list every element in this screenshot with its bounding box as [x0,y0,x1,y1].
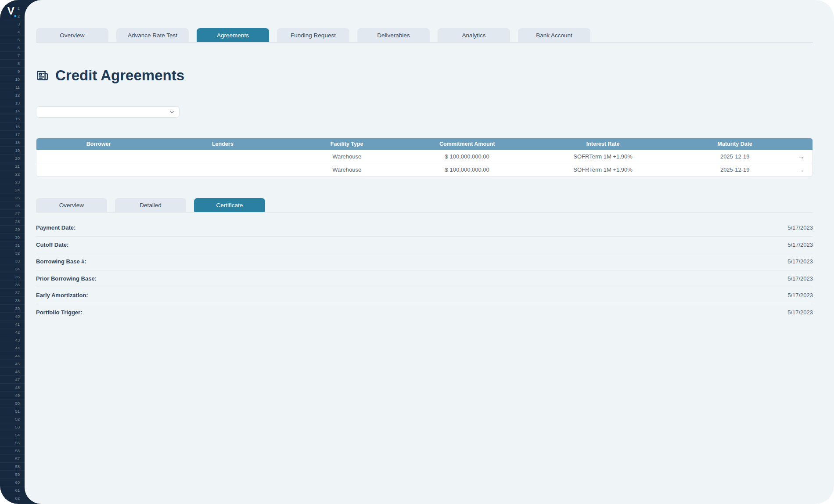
ruler-line-number: 57 [0,455,25,463]
subtab-detailed[interactable]: Detailed [115,198,186,212]
field-value: 5/17/2023 [787,224,813,231]
field-label: Prior Borrowing Base: [36,275,97,282]
app-window: V. 1234567891011121314151617181920212223… [0,0,834,504]
ruler-line-number: 13 [0,99,25,107]
certificate-fields: Payment Date: 5/17/2023 Cutoff Date: 5/1… [36,220,813,321]
ruler-line-number: 47 [0,376,25,384]
table-column-header: Lenders [161,141,285,147]
certificate-field-row: Portfolio Trigger: 5/17/2023 [36,304,813,321]
ruler-line-number: 4 [0,28,25,36]
field-label: Cutoff Date: [36,241,68,248]
cell-facility-type: Warehouse [285,166,409,173]
ruler-line-number: 53 [0,423,25,431]
certificate-field-row: Early Amortization: 5/17/2023 [36,287,813,304]
field-value: 5/17/2023 [787,309,813,316]
ruler-line-number: 18 [0,139,25,147]
field-label: Payment Date: [36,224,75,231]
ruler-line-number: 3 [0,20,25,28]
ruler-line-number: 38 [0,297,25,305]
ruler-line-number: 1 [0,4,25,12]
ruler-line-number: 52 [0,415,25,423]
ruler-line-number: 35 [0,273,25,281]
ruler-line-number: 30 [0,234,25,241]
agreements-table: BorrowerLendersFacility TypeCommitment A… [36,138,813,176]
cell-interest-rate: SOFRTerm 1M +1.90% [525,166,681,173]
deal-select[interactable] [36,106,180,118]
ruler-line-number: 55 [0,439,25,447]
row-arrow-icon[interactable]: → [789,166,812,173]
ruler-line-number: 8 [0,60,25,68]
ruler-line-number: 5 [0,36,25,44]
tab-overview[interactable]: Overview [36,28,108,42]
ruler-line-number: 11 [0,83,25,91]
ruler-line-number: 22 [0,170,25,178]
ruler-line-number: 48 [0,384,25,392]
cell-commitment-amount: $ 100,000,000.00 [409,166,525,173]
cell-commitment-amount: $ 100,000,000.00 [409,153,525,160]
ruler-line-number: 43 [0,336,25,344]
ruler-line-number: 56 [0,447,25,455]
ruler-line-number: 58 [0,463,25,471]
cell-maturity-date: 2025-12-19 [680,166,789,173]
agreements-table-header: BorrowerLendersFacility TypeCommitment A… [36,138,812,150]
ruler-line-number: 23 [0,178,25,186]
field-label: Borrowing Base #: [36,258,86,265]
ruler-line-number: 7 [0,52,25,60]
agreements-table-body: Warehouse $ 100,000,000.00 SOFRTerm 1M +… [36,150,812,176]
ruler-line-number: 21 [0,162,25,170]
tab-funding-request[interactable]: Funding Request [277,28,349,42]
certificate-field-row: Borrowing Base #: 5/17/2023 [36,253,813,270]
ruler-line-number: 17 [0,131,25,139]
cell-maturity-date: 2025-12-19 [680,153,789,160]
table-column-header: Borrower [36,141,161,147]
ruler-line-number: 2 [0,12,25,20]
ruler-line-number: 20 [0,155,25,162]
certificate-field-row: Prior Borrowing Base: 5/17/2023 [36,270,813,288]
ruler-line-number: 31 [0,241,25,249]
chevron-down-icon [169,109,175,115]
ruler-line-number: 34 [0,265,25,273]
ruler-line-number: 44 [0,344,25,352]
page-title: Credit Agreements [55,67,184,84]
table-row[interactable]: Warehouse $ 100,000,000.00 SOFRTerm 1M +… [36,150,812,163]
ruler-line-number: 37 [0,289,25,297]
ruler-line-number: 24 [0,186,25,194]
field-value: 5/17/2023 [787,292,813,299]
ruler-line-number: 45 [0,360,25,368]
tab-analytics[interactable]: Analytics [438,28,510,42]
field-value: 5/17/2023 [787,275,813,282]
ruler-line-number: 46 [0,368,25,376]
subtab-certificate[interactable]: Certificate [194,198,265,212]
ruler-line-number: 19 [0,147,25,155]
table-column-header: Maturity Date [680,141,789,147]
table-column-header: Commitment Amount [409,141,525,147]
certificate-field-row: Cutoff Date: 5/17/2023 [36,237,813,254]
ruler-line-number: 36 [0,281,25,289]
table-row[interactable]: Warehouse $ 100,000,000.00 SOFRTerm 1M +… [36,163,812,176]
table-column-header: Facility Type [285,141,409,147]
ruler-line-number: 54 [0,431,25,439]
tab-advance-rate-test[interactable]: Advance Rate Test [116,28,189,42]
ruler-line-number: 29 [0,226,25,234]
ruler-line-number: 28 [0,218,25,226]
tab-agreements[interactable]: Agreements [197,28,269,42]
ruler-line-number: 44 [0,352,25,360]
tab-deliverables[interactable]: Deliverables [357,28,430,42]
ruler-line-number: 15 [0,115,25,123]
page-header: Credit Agreements [36,67,813,84]
field-value: 5/17/2023 [787,241,813,248]
ruler-line-number: 14 [0,107,25,115]
ruler-line-number: 16 [0,123,25,131]
ruler-line-number: 9 [0,68,25,76]
subtab-overview[interactable]: Overview [36,198,107,212]
ruler-line-number: 51 [0,407,25,415]
cell-facility-type: Warehouse [285,153,409,160]
tab-bank-account[interactable]: Bank Account [518,28,590,42]
row-arrow-icon[interactable]: → [789,153,812,160]
ruler-line-number: 10 [0,76,25,83]
ruler-line-number: 6 [0,44,25,52]
ruler-line-number: 32 [0,249,25,257]
ruler-line-number: 49 [0,392,25,400]
ruler-line-number: 42 [0,328,25,336]
ruler-line-number: 25 [0,194,25,202]
